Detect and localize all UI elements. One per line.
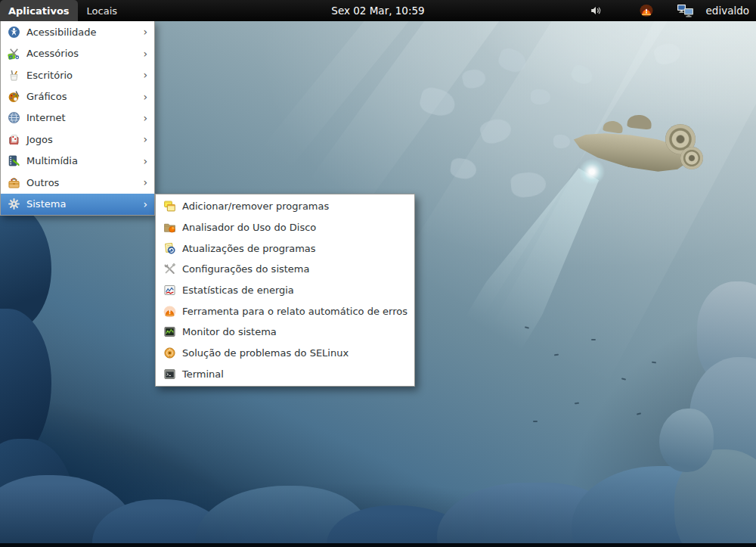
menu-item-escritorio[interactable]: Escritório › [1, 64, 154, 85]
system-settings-icon [163, 263, 176, 275]
software-updates-icon [163, 242, 176, 255]
submenu-arrow-icon: › [143, 199, 147, 210]
applications-menu-button[interactable]: Aplicativos [0, 0, 78, 21]
menu-item-sistema[interactable]: Sistema › [1, 194, 154, 215]
terminal-icon [163, 368, 176, 381]
submenu-item-analisador-do-uso-do-disco[interactable]: Analisador do Uso do Disco [156, 217, 414, 238]
submenu-item-configuracoes-do-sistema[interactable]: Configurações do sistema [156, 259, 414, 280]
submenu-item-adicionar-remover-programas[interactable]: Adicionar/remover programas [156, 196, 414, 217]
submenu-item-atualizacoes-de-programas[interactable]: Atualizações de programas [156, 238, 414, 259]
submenu-item-estatisticas-de-energia[interactable]: Estatísticas de energia [156, 280, 414, 301]
bottom-edge-strip [0, 543, 756, 547]
right-rock-column [659, 409, 714, 472]
graphics-icon [8, 90, 20, 103]
menu-item-label: Outros [26, 177, 59, 188]
menu-item-acessibilidade[interactable]: Acessibilidade › [1, 21, 154, 42]
submenu-item-label: Terminal [182, 368, 224, 380]
volume-icon[interactable] [590, 5, 603, 17]
menu-item-jogos[interactable]: Jogos › [1, 129, 154, 150]
submenu-arrow-icon: › [143, 26, 147, 37]
user-menu[interactable]: edivaldo [706, 5, 749, 17]
submenu-item-label: Adicionar/remover programas [182, 200, 329, 212]
submenu-arrow-icon: › [143, 70, 147, 80]
selinux-troubleshooter-icon [163, 347, 176, 359]
menu-item-label: Gráficos [26, 91, 67, 102]
system-tray: edivaldo [590, 0, 756, 21]
desktop-screen: Aplicativos Locais Sex 02 Mar, 10:59 [0, 0, 756, 547]
menu-item-label: Acessibilidade [26, 26, 97, 38]
menu-item-label: Escritório [26, 70, 73, 81]
menu-item-multimidia[interactable]: Multimídia › [1, 151, 154, 172]
menu-item-label: Internet [26, 112, 66, 123]
submenu-item-label: Solução de problemas do SELinux [182, 347, 349, 359]
games-icon [8, 133, 20, 146]
submenu-item-ferramenta-relato-automatico-de-erros[interactable]: Ferramenta para o relato automático de e… [156, 300, 414, 322]
submenu-item-label: Estatísticas de energia [182, 284, 294, 296]
internet-icon [8, 111, 20, 124]
submenu-item-solucao-de-problemas-do-selinux[interactable]: Solução de problemas do SELinux [156, 343, 414, 364]
menu-item-outros[interactable]: Outros › [1, 172, 154, 193]
submenu-arrow-icon: › [143, 156, 147, 166]
submenu-item-label: Ferramenta para o relato automático de e… [182, 306, 407, 317]
submenu-arrow-icon: › [143, 134, 147, 145]
alert-icon[interactable] [640, 4, 653, 17]
multimedia-icon [8, 154, 20, 167]
submenu-arrow-icon: › [143, 48, 147, 59]
system-gear-icon [8, 197, 20, 210]
accessibility-icon [8, 26, 20, 39]
submenu-item-label: Analisador do Uso do Disco [182, 222, 316, 233]
menu-item-label: Acessórios [26, 48, 79, 59]
disk-usage-analyzer-icon [163, 221, 176, 234]
system-submenu: Adicionar/remover programas Analisador d… [155, 194, 415, 387]
menu-item-label: Multimídia [26, 155, 78, 166]
power-statistics-icon [163, 284, 176, 297]
submenu-arrow-icon: › [143, 177, 147, 188]
add-remove-programs-icon [163, 200, 176, 213]
submenu-arrow-icon: › [143, 92, 147, 102]
menu-item-acessorios[interactable]: Acessórios › [1, 42, 154, 64]
submenu-item-label: Atualizações de programas [182, 243, 316, 254]
office-icon [8, 69, 20, 82]
submenu-arrow-icon: › [143, 113, 147, 123]
menu-item-label: Jogos [26, 134, 53, 145]
submenu-item-terminal[interactable]: Terminal [156, 363, 414, 384]
accessories-icon [8, 47, 20, 60]
clock[interactable]: Sex 02 Mar, 10:59 [331, 0, 424, 21]
menu-item-label: Sistema [26, 198, 66, 210]
system-monitor-icon [163, 325, 176, 338]
places-menu-button[interactable]: Locais [78, 0, 126, 21]
applications-menu: Acessibilidade › Acessórios › Escritório… [0, 21, 155, 216]
menu-item-graficos[interactable]: Gráficos › [1, 85, 154, 107]
submenu-item-label: Configurações do sistema [182, 263, 310, 275]
others-icon [8, 176, 20, 189]
network-icon[interactable] [676, 3, 696, 18]
submenu-item-label: Monitor do sistema [182, 326, 277, 337]
submenu-item-monitor-do-sistema[interactable]: Monitor do sistema [156, 322, 414, 343]
top-panel: Aplicativos Locais Sex 02 Mar, 10:59 [0, 0, 756, 21]
error-reporting-icon [163, 305, 176, 318]
menu-item-internet[interactable]: Internet › [1, 107, 154, 129]
